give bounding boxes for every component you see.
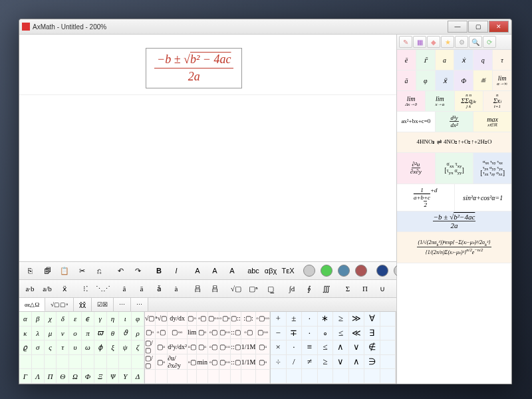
template-0-4[interactable]: ▫▢: [197, 312, 208, 326]
template-3-7[interactable]: ::▢: [231, 354, 241, 370]
greek-1-5[interactable]: π: [82, 327, 94, 341]
greek-0-1[interactable]: β: [32, 312, 45, 327]
greek-2-1[interactable]: σ: [32, 340, 45, 355]
greek-4-7[interactable]: Ψ: [107, 369, 120, 384]
greek-2-5[interactable]: ω: [82, 340, 94, 355]
greek-3-8[interactable]: [119, 355, 132, 370]
greek-3-5[interactable]: [82, 355, 94, 370]
op-1-2[interactable]: ·: [302, 327, 318, 341]
template-button-19[interactable]: ∫d: [284, 282, 300, 295]
op-4-6[interactable]: [364, 369, 380, 384]
template-0-3[interactable]: ▢▫: [188, 312, 197, 326]
op-4-5[interactable]: [349, 369, 365, 384]
greek-1-3[interactable]: ν: [57, 327, 69, 341]
maximize-button[interactable]: ▢: [468, 21, 488, 33]
toolbar-button-10[interactable]: I: [168, 264, 184, 277]
template-3-0[interactable]: ▢/▢: [145, 354, 156, 370]
template-1-8[interactable]: ▫▢: [241, 326, 257, 340]
greek-4-2[interactable]: Π: [45, 369, 57, 384]
side-tool-5[interactable]: 🔍: [469, 36, 482, 48]
op-4-2[interactable]: [302, 369, 318, 384]
op-1-1[interactable]: ∓: [287, 327, 303, 341]
op-2-2[interactable]: ≡: [302, 340, 318, 355]
op-4-1[interactable]: [287, 369, 303, 384]
side-tool-1[interactable]: ▦: [413, 36, 426, 48]
greek-0-2[interactable]: χ: [45, 312, 57, 327]
op-2-3[interactable]: ≤: [318, 340, 334, 355]
greek-2-6[interactable]: ϕ: [94, 340, 107, 355]
expr-cell-1-0[interactable]: ā: [397, 70, 416, 90]
greek-4-4[interactable]: Ω: [69, 369, 82, 384]
greek-2-4[interactable]: υ: [69, 340, 82, 355]
greek-0-7[interactable]: η: [107, 312, 120, 327]
expr-cell-2-3[interactable]: nΣxᵢi=1: [483, 91, 511, 111]
toolbar-button-13[interactable]: A: [207, 264, 223, 277]
greek-0-4[interactable]: ε: [69, 312, 82, 327]
side-tool-2[interactable]: ◆: [427, 36, 440, 48]
expr-cell-0-2[interactable]: a: [436, 50, 455, 70]
greek-0-0[interactable]: α: [19, 312, 32, 327]
greek-3-7[interactable]: [107, 355, 120, 370]
template-3-4[interactable]: min: [197, 354, 208, 370]
toolbar-button-12[interactable]: A: [190, 264, 205, 277]
greek-4-8[interactable]: Υ: [119, 369, 132, 384]
toolbar-button-3[interactable]: ✂: [74, 264, 90, 277]
op-3-6[interactable]: ∋: [364, 355, 380, 370]
tab-3[interactable]: ☑☒: [92, 298, 114, 311]
op-3-3[interactable]: ≥: [318, 355, 334, 370]
op-2-6[interactable]: ∉: [364, 340, 380, 355]
op-3-0[interactable]: ÷: [271, 355, 287, 370]
expr-cell-6-0[interactable]: 1a+b+c+d2: [397, 184, 455, 211]
expr-cell-0-5[interactable]: τ: [493, 50, 511, 70]
template-4-8[interactable]: [241, 370, 257, 384]
toolbar-button-9[interactable]: B: [151, 264, 167, 277]
op-4-4[interactable]: [333, 369, 349, 384]
side-tool-6[interactable]: ⟳: [483, 36, 496, 48]
op-4-3[interactable]: [318, 369, 334, 384]
minimize-button[interactable]: —: [448, 21, 467, 33]
toolbar-button-2[interactable]: 📋: [57, 264, 72, 277]
template-0-7[interactable]: ▢::: [231, 312, 241, 326]
template-1-1[interactable]: ▫▢: [156, 326, 168, 340]
op-0-0[interactable]: +: [271, 312, 287, 327]
expr-cell-0-0[interactable]: ē: [397, 50, 416, 70]
greek-3-9[interactable]: [132, 355, 144, 370]
template-4-2[interactable]: [168, 370, 188, 384]
greek-1-9[interactable]: ρ: [132, 327, 144, 341]
titlebar[interactable]: AxMath - Untitled - 200% — ▢ ✕: [19, 19, 511, 35]
toolbar-button-18[interactable]: TᴇX: [280, 264, 296, 277]
template-1-9[interactable]: ▢▫▫: [256, 326, 270, 340]
template-0-6[interactable]: ▫▢▫: [219, 312, 231, 326]
template-0-9[interactable]: ▫▢▫▫: [256, 312, 270, 326]
template-1-7[interactable]: ::▢: [231, 326, 241, 340]
template-button-4[interactable]: ⁝⁚: [78, 282, 94, 295]
side-tool-4[interactable]: ⚙: [455, 36, 468, 48]
toolbar-button-6[interactable]: ↶: [112, 264, 128, 277]
greek-4-0[interactable]: Γ: [19, 369, 32, 384]
op-3-2[interactable]: ≠: [302, 355, 318, 370]
template-2-2[interactable]: d²y/dx²: [168, 339, 188, 354]
template-2-1[interactable]: ▢▫: [156, 339, 168, 354]
template-2-3[interactable]: ▫▢: [188, 339, 197, 354]
template-button-12[interactable]: 吕: [190, 282, 205, 295]
op-0-6[interactable]: ∀: [364, 312, 380, 327]
template-button-8[interactable]: ā: [134, 282, 150, 295]
op-0-4[interactable]: ≥: [333, 312, 349, 327]
expr-cell-4-0[interactable]: 4HNO₃ ⇌ 4NO₂↑+O₂↑+2H₂O: [397, 132, 511, 152]
toolbar-button-14[interactable]: A: [224, 264, 240, 277]
greek-2-9[interactable]: ζ: [132, 340, 144, 355]
template-0-5[interactable]: ▢▫▫: [208, 312, 219, 326]
greek-1-0[interactable]: κ: [19, 327, 32, 341]
expr-cell-3-1[interactable]: d²ydx²: [436, 112, 474, 132]
greek-4-9[interactable]: Δ: [132, 369, 144, 384]
template-2-9[interactable]: ▢▫: [256, 339, 270, 354]
template-button-17[interactable]: ▢̲: [263, 282, 279, 295]
toolbar-button-25[interactable]: [374, 264, 390, 277]
template-button-16[interactable]: ▢ⁿ: [245, 282, 261, 295]
greek-3-4[interactable]: [69, 355, 82, 370]
greek-3-0[interactable]: [19, 355, 32, 370]
template-1-0[interactable]: ▢▫: [145, 326, 156, 340]
template-button-23[interactable]: Σ: [340, 282, 356, 295]
expr-cell-0-1[interactable]: r̄: [416, 50, 436, 70]
expr-cell-1-5[interactable]: limα→∞: [493, 70, 511, 90]
